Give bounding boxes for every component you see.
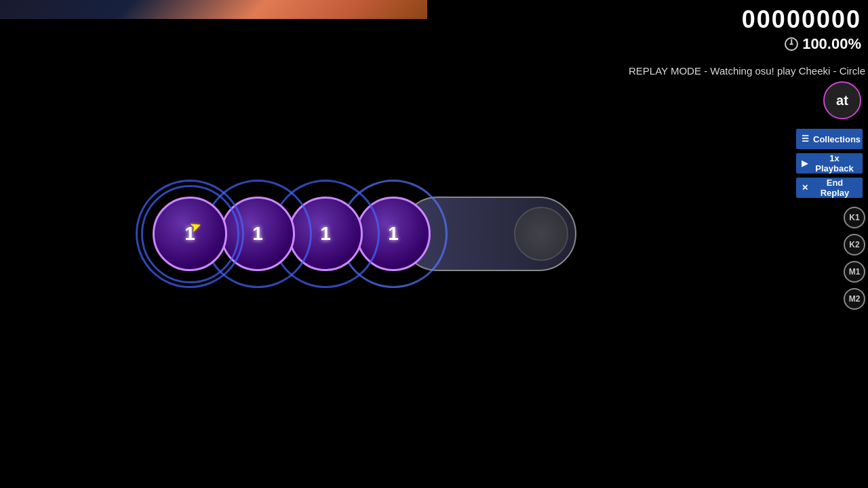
circle-number-4: 1 — [388, 223, 399, 245]
circle-number-2: 1 — [252, 223, 263, 245]
playback-button[interactable]: ▶ 1x Playback — [796, 153, 863, 174]
x-icon: ✕ — [802, 183, 808, 192]
hit-circles-container: 1 ➤ 1 1 1 — [146, 190, 576, 278]
circle-body-1: 1 — [153, 197, 227, 271]
collections-button[interactable]: ☰ Collections — [796, 129, 863, 149]
hit-circle-1: 1 ➤ — [146, 190, 234, 278]
collections-label: Collections — [813, 134, 861, 144]
playback-label: 1x Playback — [812, 153, 857, 174]
m1-key: M1 — [844, 261, 865, 283]
game-area: 1 ➤ 1 1 1 — [0, 0, 797, 488]
slider-ball — [514, 207, 568, 261]
list-icon: ☰ — [802, 134, 809, 144]
k2-key: K2 — [844, 234, 865, 256]
key-indicators: K1 K2 M1 M2 — [844, 207, 865, 310]
circle-number-3: 1 — [320, 223, 331, 245]
accuracy-value: 100.00% — [802, 35, 861, 53]
k1-key: K1 — [844, 207, 865, 228]
avatar: at — [823, 81, 861, 119]
end-replay-label: End Replay — [812, 178, 857, 198]
avatar-label: at — [836, 93, 848, 108]
buttons-panel: ☰ Collections ▶ 1x Playback ✕ End Replay — [796, 129, 863, 198]
m2-key: M2 — [844, 288, 865, 310]
end-replay-button[interactable]: ✕ End Replay — [796, 178, 863, 198]
play-icon: ▶ — [802, 159, 808, 168]
